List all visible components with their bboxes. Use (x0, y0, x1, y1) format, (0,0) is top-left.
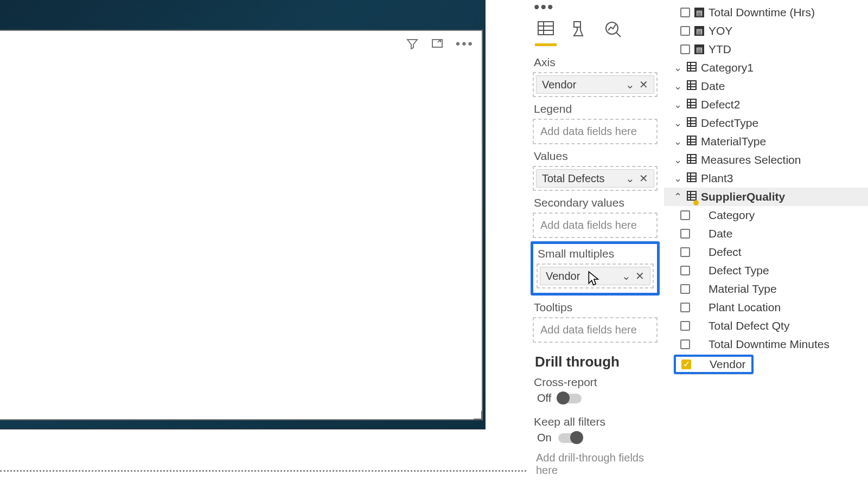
field-label: Category (709, 209, 755, 222)
keep-filters-value: On (537, 432, 552, 444)
fields-panel: ▤ Total Downtime (Hrs) ▤ YOY ▤ YTD ⌄ Cat… (664, 0, 868, 488)
chevron-down-icon[interactable]: ⌄ (623, 172, 637, 185)
checkbox-icon[interactable] (680, 321, 690, 331)
field-label: Total Downtime (Hrs) (709, 6, 815, 19)
table-label: SupplierQuality (701, 190, 785, 203)
table-icon (687, 98, 697, 111)
table-row[interactable]: ⌄ Plant3 (664, 169, 868, 188)
chevron-down-icon[interactable]: ⌄ (623, 78, 637, 91)
table-row-expanded[interactable]: ⌃ SupplierQuality (664, 188, 868, 206)
svg-rect-24 (687, 136, 696, 145)
svg-rect-36 (687, 191, 696, 200)
field-label: Vendor (710, 358, 746, 371)
well-placeholder: Add data fields here (536, 216, 654, 235)
tooltips-well[interactable]: Add data fields here (533, 317, 658, 343)
field-label: Material Type (709, 282, 777, 296)
field-item[interactable]: Total Defect Qty (664, 317, 868, 335)
small-multiples-field-chip[interactable]: Vendor ⌄ ✕ (540, 267, 650, 285)
field-item[interactable]: Defect Type (664, 261, 868, 280)
keep-filters-toggle[interactable] (558, 433, 582, 443)
checkbox-icon[interactable] (680, 210, 690, 220)
checkbox-icon[interactable] (680, 8, 690, 17)
tab-fields[interactable] (537, 21, 554, 46)
small-multiples-well-label: Small multiples (538, 247, 653, 260)
table-row[interactable]: ⌄ Category1 (664, 59, 868, 77)
checkbox-icon[interactable] (680, 284, 690, 294)
field-item[interactable]: Defect (664, 243, 868, 261)
values-well-label: Values (534, 150, 656, 163)
cursor-icon (587, 271, 602, 288)
more-options-icon[interactable]: ••• (456, 37, 474, 53)
svg-rect-32 (687, 173, 696, 182)
small-multiples-well[interactable]: Vendor ⌄ ✕ (537, 264, 654, 288)
checkbox-icon[interactable] (681, 359, 691, 369)
cross-report-toggle[interactable] (558, 394, 582, 403)
tooltips-well-label: Tooltips (534, 301, 656, 314)
checkbox-icon[interactable] (680, 247, 690, 257)
checkbox-icon[interactable] (680, 26, 690, 36)
svg-rect-1 (538, 22, 553, 35)
keep-filters-label: Keep all filters (534, 415, 656, 428)
table-row[interactable]: ⌄ DefectType (664, 114, 868, 132)
table-label: Measures Selection (701, 153, 801, 166)
table-row[interactable]: ⌄ MaterialType (664, 132, 868, 151)
field-item[interactable]: Date (664, 224, 868, 243)
table-icon (687, 61, 697, 74)
values-well[interactable]: Total Defects ⌄ ✕ (533, 166, 658, 191)
focus-mode-icon[interactable] (431, 37, 444, 53)
field-item-measure[interactable]: ▤ YTD (664, 40, 868, 59)
chevron-down-icon[interactable]: ⌄ (673, 117, 682, 129)
checkbox-icon[interactable] (680, 303, 690, 312)
chevron-down-icon[interactable]: ⌄ (673, 136, 682, 147)
chevron-down-icon[interactable]: ⌄ (620, 269, 633, 282)
table-icon (687, 153, 697, 166)
legend-well[interactable]: Add data fields here (533, 119, 658, 144)
chevron-down-icon[interactable]: ⌄ (673, 154, 682, 166)
field-item-highlighted[interactable]: Vendor (674, 355, 754, 374)
remove-field-icon[interactable]: ✕ (633, 269, 647, 282)
filter-icon[interactable] (406, 37, 419, 53)
checkbox-icon[interactable] (680, 229, 690, 239)
chevron-down-icon[interactable]: ⌄ (673, 99, 682, 111)
field-item-measure[interactable]: ▤ YOY (664, 22, 868, 40)
values-field-chip[interactable]: Total Defects ⌄ ✕ (536, 169, 654, 188)
field-item-measure[interactable]: ▤ Total Downtime (Hrs) (664, 3, 868, 22)
checkbox-icon[interactable] (680, 339, 690, 349)
panel-more-icon[interactable]: ••• (526, 3, 664, 15)
remove-field-icon[interactable]: ✕ (637, 78, 650, 91)
axis-well-label: Axis (534, 56, 656, 69)
chevron-down-icon[interactable]: ⌄ (673, 172, 682, 184)
tab-analytics[interactable] (604, 21, 623, 46)
checkbox-icon[interactable] (680, 266, 690, 275)
table-row[interactable]: ⌄ Measures Selection (664, 151, 868, 169)
svg-rect-5 (574, 22, 580, 27)
field-item[interactable]: Plant Location (664, 298, 868, 317)
field-item[interactable]: Total Downtime Minutes (664, 335, 868, 354)
secondary-values-well[interactable]: Add data fields here (533, 213, 658, 238)
well-placeholder: Add data fields here (536, 122, 654, 141)
field-item[interactable]: Material Type (664, 280, 868, 298)
axis-field-chip[interactable]: Vendor ⌄ ✕ (536, 75, 654, 94)
table-row[interactable]: ⌄ Date (664, 77, 868, 95)
chip-label: Vendor (542, 79, 576, 91)
chevron-down-icon[interactable]: ⌄ (673, 80, 682, 92)
chevron-up-icon[interactable]: ⌃ (673, 191, 682, 203)
table-label: Date (701, 80, 725, 93)
chevron-down-icon[interactable]: ⌄ (673, 62, 682, 74)
chip-label: Total Defects (542, 172, 605, 185)
chip-label: Vendor (546, 270, 580, 282)
table-label: Plant3 (701, 172, 733, 185)
table-row[interactable]: ⌄ Defect2 (664, 95, 868, 114)
field-label: YOY (709, 24, 732, 37)
axis-well[interactable]: Vendor ⌄ ✕ (533, 72, 658, 97)
measure-icon: ▤ (694, 44, 704, 54)
visual-placeholder[interactable]: ••• (0, 30, 483, 420)
field-label: Defect (709, 246, 742, 259)
checkbox-icon[interactable] (680, 44, 690, 54)
remove-field-icon[interactable]: ✕ (637, 172, 650, 185)
field-label: YTD (709, 43, 731, 56)
field-item[interactable]: Category (664, 206, 868, 224)
field-label: Total Downtime Minutes (709, 338, 829, 351)
table-icon (687, 135, 697, 148)
tab-format[interactable] (571, 21, 588, 46)
